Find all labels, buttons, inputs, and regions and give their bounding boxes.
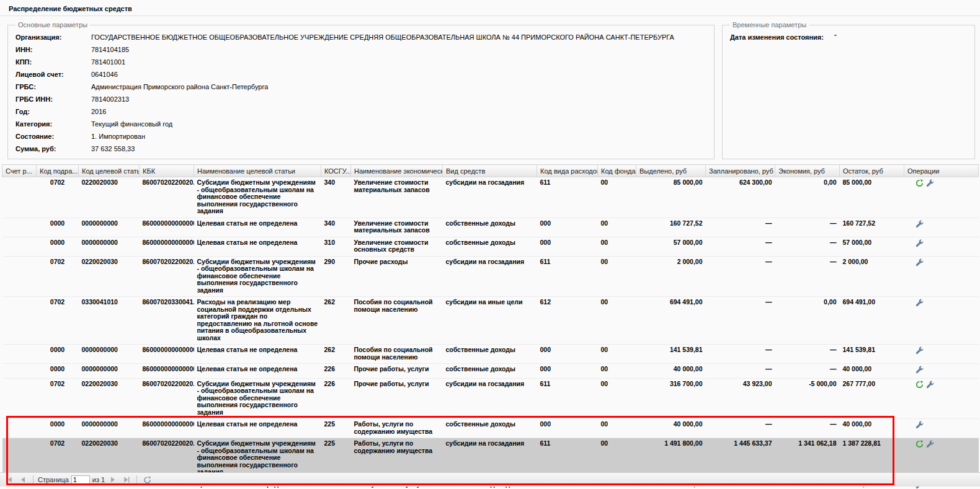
operations-cell bbox=[904, 378, 979, 419]
edit-operation-button[interactable] bbox=[915, 258, 924, 268]
table-cell: 43 923,00 bbox=[706, 378, 775, 419]
table-cell: Прочие работы, услуги bbox=[351, 364, 443, 379]
parameters-section: Основные параметры Организация:ГОСУДАРСТ… bbox=[0, 16, 980, 162]
operations-cell bbox=[904, 345, 979, 364]
table-cell: 000 bbox=[537, 419, 598, 438]
table-cell: Субсидии бюджетным учреждениям - общеобр… bbox=[194, 256, 321, 297]
table-cell: 694 491,00 bbox=[636, 297, 706, 345]
field-value: Текущий финансовый год bbox=[91, 120, 172, 129]
edit-operation-button[interactable] bbox=[915, 346, 924, 356]
process-operation-button[interactable] bbox=[915, 440, 924, 450]
table-cell: 694 491,00 bbox=[840, 297, 904, 345]
first-page-button[interactable] bbox=[4, 474, 15, 485]
process-operation-icon bbox=[915, 440, 924, 448]
table-row[interactable]: 00000000000000860000000000000...Целевая … bbox=[2, 237, 979, 256]
refresh-button[interactable] bbox=[141, 474, 153, 485]
table-cell: 00 bbox=[598, 419, 636, 438]
table-row[interactable]: 00000000000000860000000000000...Целевая … bbox=[2, 364, 979, 379]
table-cell: — bbox=[706, 218, 775, 237]
column-header[interactable]: Выделено, руб bbox=[636, 165, 706, 177]
edit-operation-button[interactable] bbox=[915, 421, 924, 431]
table-cell: Пособия по социальной помощи населению bbox=[351, 345, 443, 364]
field-value: 0641046 bbox=[91, 70, 118, 79]
parameter-field: ИНН:7814104185 bbox=[16, 45, 706, 55]
page-number-input[interactable] bbox=[71, 475, 90, 485]
table-cell: Прочие расходы bbox=[351, 256, 443, 297]
table-row[interactable]: 00000000000000860000000000000...Целевая … bbox=[2, 419, 979, 438]
column-header[interactable]: Код вида расходов bbox=[537, 165, 598, 177]
table-cell: 141 539,81 bbox=[840, 345, 904, 364]
table-row[interactable]: 0702022002003086007020220020...Субсидии … bbox=[2, 256, 979, 297]
column-header[interactable]: Код целевой статьи bbox=[79, 165, 140, 177]
prev-page-button[interactable] bbox=[17, 474, 29, 485]
edit-operation-button[interactable] bbox=[915, 299, 924, 309]
field-value: 781401001 bbox=[91, 58, 125, 67]
field-label: ГРБС ИНН: bbox=[16, 95, 91, 104]
table-cell bbox=[2, 297, 37, 345]
field-label: ГРБС: bbox=[16, 82, 91, 92]
process-operation-button[interactable] bbox=[915, 179, 924, 189]
prev-page-icon bbox=[19, 476, 27, 483]
table-cell bbox=[2, 419, 37, 438]
process-operation-button[interactable] bbox=[915, 381, 924, 390]
table-cell: 611 bbox=[537, 256, 598, 297]
table-cell: собственные доходы bbox=[443, 419, 537, 438]
table-row[interactable]: 0702022002003086007020220020...Субсидии … bbox=[2, 378, 979, 419]
table-cell: 611 bbox=[537, 177, 598, 218]
table-cell: 611 bbox=[537, 378, 598, 419]
table-cell: 340 bbox=[321, 177, 351, 218]
parameter-field: Состояние:1. Импортирован bbox=[16, 132, 706, 141]
table-cell: 000 bbox=[537, 345, 598, 364]
column-header[interactable]: КБК bbox=[140, 165, 194, 177]
table-cell: субсидии на иные цели bbox=[443, 297, 537, 345]
table-cell: 000 bbox=[537, 218, 598, 237]
time-parameters-fieldset: Временные параметры Дата изменения состо… bbox=[722, 21, 975, 159]
table-cell: собственные доходы bbox=[443, 364, 537, 379]
table-cell: 0000000000 bbox=[79, 364, 140, 379]
edit-operation-button[interactable] bbox=[926, 179, 934, 189]
edit-operation-button[interactable] bbox=[915, 366, 924, 376]
table-cell: 86007020330041... bbox=[140, 297, 194, 345]
column-header[interactable]: Остаток, руб bbox=[840, 165, 904, 177]
column-header[interactable]: Код подра... bbox=[37, 165, 79, 177]
table-cell: — bbox=[706, 237, 775, 256]
edit-operation-button[interactable] bbox=[915, 239, 924, 249]
column-header[interactable]: Наименование экономической ... bbox=[351, 165, 443, 177]
column-header[interactable]: Код фонда bbox=[598, 165, 636, 177]
operations-cell bbox=[904, 297, 979, 345]
parameter-field: Организация:ГОСУДАРСТВЕННОЕ БЮДЖЕТНОЕ ОБ… bbox=[16, 33, 706, 42]
table-cell: — bbox=[775, 419, 840, 438]
edit-operation-button[interactable] bbox=[915, 220, 924, 230]
table-cell bbox=[2, 218, 37, 237]
operations-cell bbox=[904, 256, 979, 297]
column-header[interactable]: Вид средств bbox=[443, 165, 537, 177]
next-page-button[interactable] bbox=[107, 474, 118, 485]
column-header[interactable]: Экономия, руб bbox=[775, 165, 840, 177]
wrench-edit-icon bbox=[915, 346, 924, 355]
table-cell: 0000000000 bbox=[79, 345, 140, 364]
edit-operation-button[interactable] bbox=[926, 440, 934, 450]
pagination-bar: Страница из 1 bbox=[0, 472, 980, 487]
field-label: Лицевой счет: bbox=[16, 70, 91, 79]
process-operation-icon bbox=[915, 381, 924, 389]
table-cell: Пособия по социальной помощи населению bbox=[351, 297, 443, 345]
column-header[interactable]: Счет р... bbox=[2, 165, 37, 177]
edit-operation-button[interactable] bbox=[926, 381, 934, 390]
last-page-button[interactable] bbox=[121, 474, 132, 485]
table-cell: 0000000000 bbox=[79, 218, 140, 237]
column-header[interactable]: КОСГУ... bbox=[321, 165, 351, 177]
column-header[interactable]: Операции bbox=[904, 165, 979, 177]
table-row[interactable]: 00000000000000860000000000000...Целевая … bbox=[2, 218, 979, 237]
table-cell: 310 bbox=[321, 237, 351, 256]
table-row[interactable]: 0702022002003086007020220020...Субсидии … bbox=[2, 177, 979, 218]
wrench-edit-icon bbox=[915, 421, 924, 429]
table-row[interactable]: 0702033004101086007020330041...Расходы н… bbox=[2, 297, 979, 345]
column-header[interactable]: Запланировано, руб bbox=[706, 165, 775, 177]
table-cell: 00 bbox=[598, 218, 636, 237]
table-cell: — bbox=[706, 419, 775, 438]
table-cell: 40 000,00 bbox=[636, 364, 706, 379]
table-row[interactable]: 00000000000000860000000000000...Целевая … bbox=[2, 345, 979, 364]
column-header[interactable]: Наименование целевой статьи bbox=[194, 165, 321, 177]
table-cell: 0702 bbox=[37, 177, 79, 218]
field-label: Категория: bbox=[16, 120, 91, 129]
